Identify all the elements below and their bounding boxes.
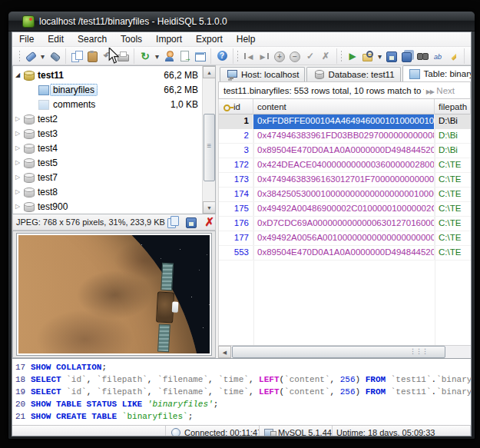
grid-cell-id[interactable]: 174 — [219, 187, 253, 202]
collapsed-arrow-icon[interactable]: ▷ — [13, 144, 22, 151]
grid-cell-content[interactable]: 0x49492A0056A001000000000000000000000000… — [253, 231, 435, 246]
table-row-3[interactable]: 30x89504E470D0A1A0A0000000D4948445200000… — [219, 144, 471, 158]
toolbar-button-paste[interactable] — [84, 48, 100, 64]
toolbar-button-execute[interactable] — [345, 48, 360, 64]
toolbar-button-find[interactable] — [415, 48, 430, 64]
toolbar-button-post[interactable] — [303, 48, 318, 64]
save-image-button[interactable] — [184, 214, 199, 230]
grid-cell-id[interactable]: 173 — [219, 173, 253, 187]
grid-cell-id[interactable]: 177 — [219, 231, 253, 246]
grid-cell-filepath[interactable]: D:\Bi — [435, 129, 471, 144]
copy-image-button[interactable] — [165, 214, 180, 230]
grid-cell-filepath[interactable]: C:\TE — [435, 187, 471, 202]
data-grid[interactable]: idcontentfilepath 10xFFD8FFE000104A46494… — [218, 99, 471, 345]
menu-item-search[interactable]: Search — [71, 32, 114, 47]
toolbar-button-pencil[interactable] — [445, 48, 461, 64]
collapsed-arrow-icon[interactable]: ▷ — [13, 203, 22, 210]
tree-scroll-thumb[interactable] — [204, 114, 215, 181]
h-scroll-thumb[interactable] — [232, 346, 445, 358]
table-row-177[interactable]: 1770x49492A0056A001000000000000000000000… — [219, 231, 471, 246]
scroll-left-button[interactable]: ◀ — [218, 346, 231, 358]
grid-cell-content[interactable]: 0x474946383961FD03BB02970000000000080000… — [253, 129, 435, 144]
tree-item-test7[interactable]: ▷test7 — [13, 170, 202, 184]
next-button[interactable]: Next — [424, 85, 455, 97]
toolbar-button-nav-first[interactable] — [241, 48, 257, 64]
tree-item-test3[interactable]: ▷test3 — [13, 126, 202, 141]
app-icon[interactable] — [22, 15, 35, 28]
scroll-up-button[interactable]: ▲ — [203, 66, 216, 78]
tree-item-test900[interactable]: ▷test900 — [13, 199, 202, 214]
database-tree[interactable]: ◢test1166,2 MBbinaryfiles66,2 MBcomments… — [12, 65, 216, 214]
tree-item-test5[interactable]: ▷test5 — [13, 155, 202, 170]
tree-item-test2[interactable]: ▷test2 — [13, 111, 202, 126]
grid-cell-filepath[interactable]: D:\Bi — [435, 144, 471, 158]
grid-cell-filepath[interactable]: C:\TE — [435, 202, 471, 217]
collapsed-arrow-icon[interactable]: ▷ — [13, 188, 22, 195]
toolbar-button-caret-down[interactable] — [38, 48, 47, 64]
toolbar-button-disconnect[interactable] — [47, 48, 62, 64]
preview-image[interactable] — [18, 235, 210, 353]
table-row-553[interactable]: 5530x89504E470D0A1A0A0000000D49484452000… — [219, 246, 471, 261]
menu-item-edit[interactable]: Edit — [41, 32, 71, 47]
table-row-173[interactable]: 1730x47494638396163012701F70000000000000… — [219, 173, 471, 187]
menu-item-help[interactable]: Help — [230, 32, 263, 47]
expanded-arrow-icon[interactable]: ◢ — [13, 71, 22, 78]
table-row-175[interactable]: 1750x49492A00486900002C010000010000002C0… — [219, 202, 471, 217]
grid-cell-id[interactable]: 1 — [219, 114, 253, 129]
grid-cell-filepath[interactable]: C:\TE — [435, 246, 471, 261]
toolbar-button-export-sql[interactable] — [177, 48, 192, 64]
toolbar-button-row-delete[interactable] — [287, 48, 303, 64]
toolbar-button-replace[interactable] — [430, 48, 445, 64]
table-row-172[interactable]: 1720x424DEACE040000000000036000000280000… — [219, 158, 471, 173]
grid-cell-content[interactable]: 0x424DEACE040000000000036000000280000006… — [253, 158, 435, 173]
toolbar-button-caret-down[interactable] — [153, 48, 161, 64]
scroll-down-button[interactable]: ▼ — [203, 201, 216, 214]
grid-cell-content[interactable]: 0x38425053000100000000000000000010000012… — [253, 187, 435, 202]
table-row-176[interactable]: 1760xD7CDC69A000000000000063012701600000… — [219, 217, 471, 231]
titlebar[interactable]: localhost /test11/binaryfiles - HeidiSQL… — [8, 12, 475, 32]
tree-item-test11[interactable]: ◢test1166,2 MB — [13, 68, 202, 82]
toolbar-button-copy[interactable] — [69, 48, 84, 64]
grid-cell-id[interactable]: 176 — [219, 217, 253, 231]
toolbar-button-window-list[interactable] — [192, 48, 207, 64]
toolbar-button-row-insert[interactable] — [272, 48, 287, 64]
toolbar-button-nav-last[interactable] — [257, 48, 272, 64]
tree-item-test4[interactable]: ▷test4 — [13, 141, 202, 155]
collapsed-arrow-icon[interactable]: ▷ — [13, 159, 22, 166]
grid-cell-filepath[interactable]: C:\TE — [435, 158, 471, 173]
grid-cell-filepath[interactable]: C:\TE — [435, 173, 471, 187]
close-preview-button[interactable] — [202, 214, 217, 230]
grid-cell-content[interactable]: 0x47494638396163012701F70000000000000031… — [253, 173, 435, 187]
table-row-2[interactable]: 20x474946383961FD03BB0297000000000008000… — [219, 129, 471, 144]
toolbar-button-help[interactable] — [214, 48, 230, 64]
collapsed-arrow-icon[interactable]: ▷ — [13, 115, 22, 122]
grid-cell-id[interactable]: 3 — [219, 144, 253, 158]
grid-cell-filepath[interactable]: C:\TE — [435, 231, 471, 246]
toolbar-button-cancel[interactable] — [318, 48, 333, 64]
collapsed-arrow-icon[interactable]: ▷ — [13, 174, 22, 181]
menu-item-export[interactable]: Export — [189, 32, 230, 47]
grid-cell-content[interactable]: 0x49492A00486900002C010000010000002C0100… — [253, 202, 435, 217]
menu-item-import[interactable]: Import — [149, 32, 189, 47]
menu-item-tools[interactable]: Tools — [114, 32, 149, 47]
column-header-filepath[interactable]: filepath — [435, 99, 471, 114]
tree-item-binaryfiles[interactable]: binaryfiles66,2 MB — [13, 82, 202, 97]
toolbar-button-caret-down[interactable] — [376, 48, 384, 64]
column-header-id[interactable]: id — [219, 99, 253, 114]
tree-item-test8[interactable]: ▷test8 — [13, 184, 202, 199]
column-header-content[interactable]: content — [253, 99, 435, 114]
tree-item-comments[interactable]: comments1,0 KB — [13, 97, 202, 111]
grid-cell-content[interactable]: 0x89504E470D0A1A0A0000000D49484452000004… — [253, 144, 435, 158]
toolbar-button-user-manager[interactable] — [161, 48, 177, 64]
grid-cell-content[interactable]: 0x89504E470D0A1A0A0000000D49484452000000… — [253, 246, 435, 261]
grid-cell-id[interactable]: 553 — [219, 246, 253, 261]
sql-log[interactable]: 17SHOW COLLATION;18SELECT `id`, `filepat… — [12, 358, 471, 425]
table-row-1[interactable]: 10xFFD8FFE000104A46494600010100000100010… — [219, 114, 471, 129]
tab-table[interactable]: Table: binaryfiles — [402, 65, 472, 81]
grid-cell-content[interactable]: 0xD7CDC69A000000000000063012701600000000… — [253, 217, 435, 231]
grid-cell-filepath[interactable]: C:\TE — [435, 217, 471, 231]
grid-cell-content[interactable]: 0xFFD8FFE000104A464946000101000001000100… — [253, 114, 435, 129]
menu-item-file[interactable]: File — [12, 32, 41, 47]
grid-cell-id[interactable]: 175 — [219, 202, 253, 217]
tab-database[interactable]: Database: test11 — [306, 67, 400, 81]
